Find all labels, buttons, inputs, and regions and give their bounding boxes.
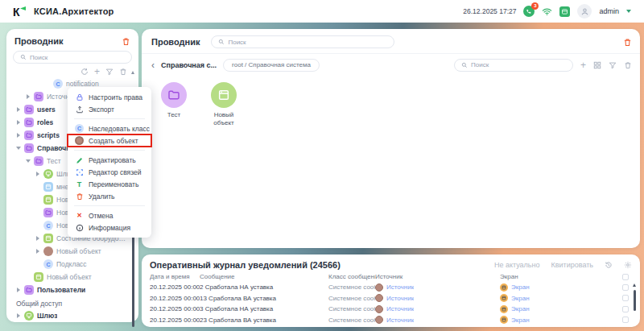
datetime-label: 26.12.2025 17:27: [463, 7, 516, 15]
notifications-phone-icon[interactable]: 3: [523, 6, 535, 17]
chevron-right-icon[interactable]: [16, 313, 21, 318]
chevron-down-icon[interactable]: [26, 159, 31, 163]
source-link[interactable]: Источник: [386, 305, 414, 312]
log-row[interactable]: 20.12.2025 00:00:44 2 Сработала НА устав…: [142, 282, 640, 293]
row-checkbox[interactable]: [622, 306, 629, 312]
main-delete-icon[interactable]: [623, 38, 632, 47]
cancel-icon: [75, 211, 84, 220]
menu-item-export[interactable]: Экспорт: [68, 103, 151, 115]
log-row[interactable]: 20.12.2025 00:00:33 3 Сработала НА устав…: [142, 304, 640, 315]
chevron-down-icon[interactable]: [16, 146, 21, 151]
acknowledge-button[interactable]: Квитировать: [551, 261, 593, 269]
source-link[interactable]: Источник: [386, 283, 414, 291]
log-table-header: Дата и время Сообщение Класс сообщения И…: [142, 271, 640, 282]
screen-link[interactable]: Экран: [511, 283, 530, 291]
lock-icon: [75, 93, 84, 101]
object-icon: [43, 234, 53, 243]
tree-item-gateway-shared[interactable]: Шлюз: [10, 309, 129, 322]
screen-link[interactable]: Экран: [511, 305, 530, 312]
chevron-right-icon[interactable]: [16, 133, 21, 138]
menu-item-edit[interactable]: Редактировать: [68, 154, 151, 166]
gear-icon[interactable]: [624, 261, 632, 269]
back-chevron-icon[interactable]: ‹: [151, 61, 155, 69]
folder-icon: [24, 143, 34, 153]
class-icon: [43, 221, 53, 230]
screen-link[interactable]: Экран: [511, 295, 530, 302]
row-checkbox[interactable]: [622, 295, 629, 301]
log-scrollbar[interactable]: [633, 283, 637, 322]
tree-scroll-up-icon[interactable]: [131, 71, 134, 74]
source-link[interactable]: Источник: [386, 295, 414, 302]
trash-icon[interactable]: [624, 61, 632, 69]
filter-icon[interactable]: [105, 68, 114, 76]
source-icon: [375, 294, 383, 302]
avatar[interactable]: [577, 4, 592, 19]
object-icon: [43, 195, 53, 205]
row-checkbox[interactable]: [622, 317, 629, 323]
log-scroll-up-icon[interactable]: [633, 283, 636, 287]
folder-icon: [34, 156, 43, 166]
notification-log-panel: Оперативный журнал уведомлений (24566) Н…: [142, 254, 640, 327]
chevron-right-icon[interactable]: [26, 94, 31, 99]
main-search-input[interactable]: [211, 35, 394, 48]
tree-item-new-object-3[interactable]: Новый объект: [10, 271, 129, 283]
pencil-icon: [75, 155, 84, 164]
app-logo-icon: К: [13, 5, 26, 18]
filter-icon[interactable]: [609, 61, 617, 69]
log-title: Оперативный журнал уведомлений (24566): [150, 260, 341, 270]
gateway-icon: [24, 311, 34, 321]
menu-item-link-editor[interactable]: Редактор связей: [68, 166, 151, 178]
menu-item-create-object[interactable]: Создать объект: [68, 134, 151, 147]
menu-item-rename[interactable]: Переименовать: [68, 178, 151, 190]
folder-icon: [34, 92, 43, 101]
refresh-icon[interactable]: [80, 68, 89, 76]
add-object-icon[interactable]: +: [580, 61, 586, 69]
tree-scrollbar[interactable]: [131, 230, 135, 331]
source-link[interactable]: Источник: [386, 317, 414, 324]
chevron-right-icon[interactable]: [16, 288, 21, 292]
screen-icon: [500, 283, 508, 292]
object-tile-new-object[interactable]: Новый объект: [203, 82, 245, 127]
chevron-right-icon[interactable]: [35, 236, 40, 241]
select-all-checkbox[interactable]: [622, 274, 629, 280]
screens-app-icon[interactable]: [559, 6, 570, 17]
screen-icon: [500, 316, 508, 324]
breadcrumb-path[interactable]: root / Справочная система: [223, 59, 320, 72]
log-row[interactable]: 20.12.2025 00:00:38 13 Сработала ВА уста…: [142, 293, 640, 304]
chevron-right-icon[interactable]: [16, 120, 21, 125]
class-icon: [43, 259, 53, 269]
top-bar: К КСИА.Архитектор 26.12.2025 17:27 3 adm…: [0, 0, 644, 23]
tile-label: Тест: [167, 111, 181, 119]
menu-item-configure-rights[interactable]: Настроить права: [68, 91, 151, 103]
menu-item-inherit-class[interactable]: Наследовать класс: [68, 122, 151, 134]
tree-item-users-group[interactable]: Пользователи: [10, 283, 129, 296]
object-tile-test[interactable]: Тест: [153, 82, 195, 127]
not-actual-button[interactable]: Не актуально: [494, 261, 540, 269]
sidebar-delete-icon[interactable]: [122, 37, 130, 46]
chevron-right-icon[interactable]: [35, 172, 40, 176]
object-brown-icon: [43, 246, 53, 256]
menu-item-info[interactable]: Информация: [68, 221, 151, 234]
menu-item-delete[interactable]: Удалить: [68, 190, 151, 202]
screen-icon: [500, 294, 508, 302]
folder-icon: [24, 130, 34, 140]
menu-item-cancel[interactable]: Отмена: [68, 209, 151, 221]
chevron-right-icon[interactable]: [16, 107, 21, 112]
log-row[interactable]: 20.12.2025 00:00:28 23 Сработала ВА уста…: [142, 315, 640, 326]
row-checkbox[interactable]: [622, 284, 629, 291]
content-search-input[interactable]: [454, 59, 573, 72]
grid-view-icon[interactable]: [593, 61, 601, 69]
user-menu-chevron-icon[interactable]: [626, 10, 631, 13]
tree-item-new-object-2[interactable]: Новый объект: [10, 245, 129, 258]
menu-divider: [74, 150, 145, 151]
folder-icon: [24, 118, 34, 127]
add-icon[interactable]: +: [94, 68, 100, 76]
search-icon: [461, 62, 468, 68]
history-icon[interactable]: [605, 261, 613, 269]
wifi-icon: [542, 6, 552, 17]
sidebar-search-input[interactable]: [13, 51, 132, 64]
trash-icon[interactable]: [119, 68, 127, 76]
screen-link[interactable]: Экран: [511, 317, 530, 324]
tree-item-subclass[interactable]: Подкласс: [10, 258, 129, 271]
chevron-right-icon[interactable]: [35, 249, 40, 254]
